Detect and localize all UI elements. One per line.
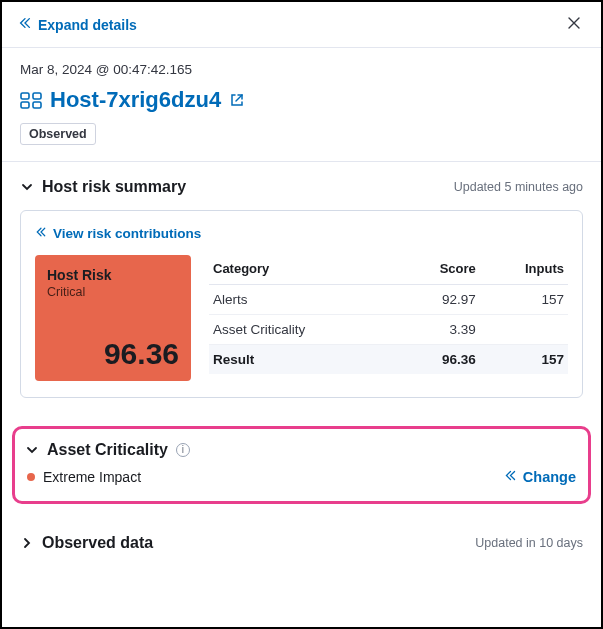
double-chevron-left-icon xyxy=(18,16,32,33)
chevron-down-icon[interactable] xyxy=(25,443,39,457)
col-category: Category xyxy=(209,255,397,285)
chevron-right-icon[interactable] xyxy=(20,536,34,550)
col-inputs: Inputs xyxy=(480,255,568,285)
risk-table: Category Score Inputs Alerts 92.97 157 xyxy=(209,255,568,381)
risk-updated-label: Updated 5 minutes ago xyxy=(454,180,583,194)
svg-rect-2 xyxy=(21,102,29,108)
external-link-icon[interactable] xyxy=(229,92,245,108)
risk-score-tile: Host Risk Critical 96.36 xyxy=(35,255,191,381)
view-risk-contributions-link[interactable]: View risk contributions xyxy=(35,226,201,241)
svg-rect-3 xyxy=(33,102,41,108)
view-contributions-label: View risk contributions xyxy=(53,226,201,241)
double-chevron-left-icon xyxy=(504,469,517,485)
double-chevron-left-icon xyxy=(35,226,47,241)
observed-badge: Observed xyxy=(20,123,96,145)
expand-details-link[interactable]: Expand details xyxy=(18,16,137,33)
asset-criticality-block: Asset Criticality i Extreme Impact Chang… xyxy=(12,426,591,504)
info-icon[interactable]: i xyxy=(176,443,190,457)
change-criticality-link[interactable]: Change xyxy=(504,469,576,485)
svg-rect-1 xyxy=(33,93,41,99)
host-name-link[interactable]: Host-7xrig6dzu4 xyxy=(50,87,221,113)
observed-updated-label: Updated in 10 days xyxy=(475,536,583,550)
chevron-down-icon[interactable] xyxy=(20,180,34,194)
table-row: Alerts 92.97 157 xyxy=(209,285,568,315)
risk-panel: View risk contributions Host Risk Critic… xyxy=(20,210,583,398)
risk-tile-score: 96.36 xyxy=(47,337,179,371)
impact-label: Extreme Impact xyxy=(43,469,141,485)
svg-rect-0 xyxy=(21,93,29,99)
risk-tile-label: Host Risk xyxy=(47,267,179,283)
observed-data-title: Observed data xyxy=(42,534,153,552)
risk-tile-level: Critical xyxy=(47,285,179,299)
change-label: Change xyxy=(523,469,576,485)
risk-summary-title: Host risk summary xyxy=(42,178,186,196)
host-icon xyxy=(20,91,42,109)
col-score: Score xyxy=(397,255,480,285)
asset-criticality-title: Asset Criticality xyxy=(47,441,168,459)
impact-dot-icon xyxy=(27,473,35,481)
close-button[interactable] xyxy=(563,12,585,37)
table-row: Asset Criticality 3.39 xyxy=(209,315,568,345)
table-result-row: Result 96.36 157 xyxy=(209,345,568,375)
expand-details-label: Expand details xyxy=(38,17,137,33)
timestamp: Mar 8, 2024 @ 00:47:42.165 xyxy=(20,62,583,77)
